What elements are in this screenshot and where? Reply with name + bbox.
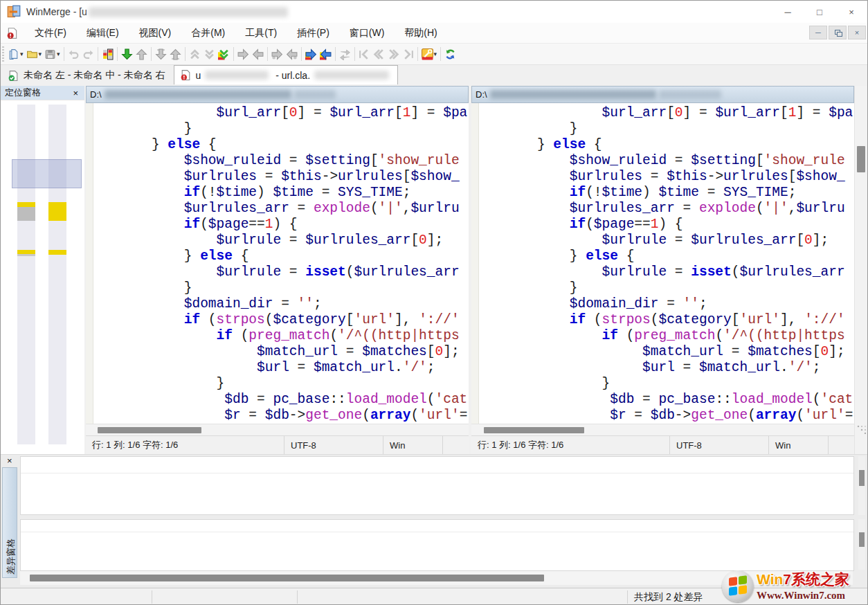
diff-row-vscrollbar[interactable] [858,519,865,570]
code-line[interactable]: } [95,280,192,296]
right-editor[interactable]: $url_arr[0] = $url_arr[1] = $pa } } else… [471,103,854,424]
code-line[interactable]: $urlrules = $this->urlrules[$show_ [480,169,845,184]
code-line[interactable]: } [95,376,224,391]
code-line[interactable]: $url = $match_url.'/'; [95,360,435,375]
code-line[interactable]: $r = $db->get_one(array('url'= [480,408,853,423]
menu-item-0[interactable]: 文件(F) [27,24,74,42]
code-line[interactable]: $urlrules_arr = explode('|',$urlru [95,201,460,216]
vscroll-thumb[interactable] [859,532,865,547]
save-button[interactable]: ▾ [43,46,62,62]
right-editor-hscrollbar[interactable] [471,424,854,435]
diff-pane-close-icon[interactable]: × [5,455,15,466]
code-line[interactable]: $domain_dir = ''; [480,296,707,311]
code-line[interactable]: $r = $db->get_one(array('url'= [95,408,467,423]
last-file-button[interactable] [401,46,415,62]
diff-row-vscrollbar[interactable] [858,456,865,515]
copy-right-button[interactable] [236,46,251,62]
code-line[interactable]: } [95,121,192,136]
vscroll-thumb[interactable] [857,146,865,172]
code-line[interactable]: $urlrule = $urlrules_arr[0]; [95,233,443,248]
copy-left-button[interactable] [251,46,265,62]
previous-conflict-button[interactable] [168,46,183,62]
code-line[interactable]: $match_url = $matches[0]; [95,344,460,359]
code-line[interactable]: if($page==1) { [95,217,298,232]
code-line[interactable]: } [480,121,577,136]
copy-right-advance-button[interactable] [270,46,284,62]
code-line[interactable]: if (preg_match('/^((http|https [95,328,460,343]
new-file-button[interactable]: ▾ [6,46,25,62]
close-button[interactable]: × [835,1,867,23]
tab-untitled-compare[interactable]: 未命名 左 - 未命名 中 - 未命名 右 [2,66,174,84]
code-line[interactable]: } else { [480,249,634,264]
hscroll-thumb[interactable] [484,427,584,433]
code-line[interactable]: $url = $match_url.'/'; [480,360,821,375]
code-line[interactable]: $urlrule = isset($urlrules_arr [480,264,845,280]
location-viewport[interactable] [12,159,82,188]
code-line[interactable]: $url_arr[0] = $url_arr[1] = $pa [480,105,853,120]
hscroll-thumb[interactable] [30,575,544,581]
code-line[interactable]: $url_arr[0] = $url_arr[1] = $pa [95,105,467,120]
menu-item-6[interactable]: 窗口(W) [342,24,392,42]
next-difference-button[interactable] [120,46,134,62]
options-button[interactable]: ▾ [420,46,439,62]
minimize-button[interactable]: ─ [772,1,804,23]
diff-mark[interactable] [17,254,35,256]
code-line[interactable]: $urlrule = $urlrules_arr[0]; [480,233,829,248]
document-menu-icon[interactable] [6,27,19,39]
copy-all-right-button[interactable] [304,46,318,62]
code-line[interactable]: if(!$time) $time = SYS_TIME; [480,185,796,200]
copy-all-left-button[interactable] [318,46,333,62]
code-line[interactable]: $match_url = $matches[0]; [480,344,845,359]
first-file-button[interactable] [357,46,372,62]
dropdown-arrow-icon[interactable]: ▾ [434,51,437,57]
mdi-restore-button[interactable] [829,26,847,39]
code-line[interactable]: } else { [95,137,217,152]
next-conflict-button[interactable] [154,46,168,62]
mdi-minimize-button[interactable]: ─ [809,26,827,39]
location-strip-right[interactable] [48,105,66,444]
code-line[interactable]: } [480,280,577,296]
current-difference-button[interactable] [202,46,217,62]
toolbar-grip[interactable] [2,46,4,62]
code-line[interactable]: $db = pc_base::load_model('cat [95,392,467,407]
swap-panes-button[interactable] [338,46,352,62]
menu-item-3[interactable]: 合并(M) [183,24,233,42]
maximize-button[interactable]: □ [804,1,835,23]
copy-left-advance-button[interactable] [284,46,299,62]
last-difference-button[interactable] [217,46,231,62]
redo-button[interactable] [81,46,96,62]
first-difference-button[interactable] [188,46,202,62]
code-line[interactable]: $urlrule = isset($urlrules_arr [95,264,460,280]
left-editor-hscrollbar[interactable] [86,424,469,435]
refresh-button[interactable] [443,46,458,62]
location-strip-left[interactable] [17,105,35,444]
undo-button[interactable] [66,46,81,62]
previous-difference-button[interactable] [134,46,149,62]
left-editor[interactable]: $url_arr[0] = $url_arr[1] = $pa } } else… [86,103,469,424]
code-line[interactable]: if (strpos($category['url'], '://' [95,312,460,327]
code-line[interactable]: } else { [480,137,602,152]
menu-item-2[interactable]: 视图(V) [132,24,179,42]
menu-item-4[interactable]: 工具(T) [237,24,284,42]
diff-pane-side-tab[interactable]: 差异窗格 [2,467,17,578]
diff-mark[interactable] [48,250,66,255]
editor-vscrollbar[interactable] [854,86,867,454]
menu-item-1[interactable]: 编辑(E) [79,24,127,42]
code-line[interactable]: if (preg_match('/^((http|https [480,328,845,343]
tab-url-class-compare[interactable]: u - url.cla. [174,65,398,84]
hscroll-thumb[interactable] [98,427,201,433]
location-pane-close-icon[interactable]: × [71,88,80,98]
diff-mark[interactable] [48,202,66,221]
code-line[interactable]: $urlrules_arr = explode('|',$urlru [480,201,845,216]
next-file-button[interactable] [386,46,401,62]
code-line[interactable]: $show_ruleid = $setting['show_rule [95,153,460,168]
menu-item-7[interactable]: 帮助(H) [397,24,444,42]
diff-pane-hscrollbar[interactable] [20,571,853,585]
code-line[interactable]: if($page==1) { [480,217,683,232]
dropdown-arrow-icon[interactable]: ▾ [57,51,60,57]
mdi-close-button[interactable]: × [848,26,866,39]
previous-file-button[interactable] [372,46,386,62]
dropdown-arrow-icon[interactable]: ▾ [20,51,24,57]
code-line[interactable]: } [480,376,610,391]
code-line[interactable]: if(!$time) $time = SYS_TIME; [95,185,410,200]
